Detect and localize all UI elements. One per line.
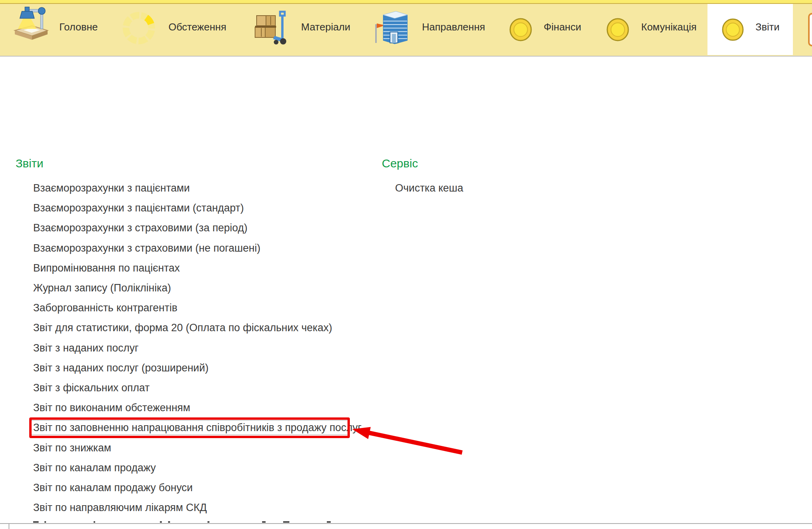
reports-section-title: Звіти [16,157,43,170]
tab-label: Матеріали [301,21,350,33]
report-link[interactable]: Заборгованність контрагентів [33,298,362,318]
tab-label: Комунікація [641,21,697,33]
report-link[interactable]: Звіт по виконаним обстеженням [33,398,362,418]
tab-materialy[interactable]: Матеріали [249,4,354,55]
service-link[interactable]: Очистка кеша [395,178,463,198]
coin-icon [509,18,532,43]
report-link[interactable]: Звіт по заповненню напрацювання співробі… [33,418,362,438]
tab-label: Звіти [755,21,780,33]
tab-zvity[interactable]: Звіти [707,4,793,55]
report-link[interactable]: Взаєморозрахунки з страховими (за період… [33,218,362,238]
tab-finansy[interactable]: Фінанси [505,4,595,55]
report-link[interactable]: Випромінювання по пацієнтах [33,258,362,278]
report-link[interactable]: Звіт по каналам продажу бонуси [33,478,362,498]
toolbar-top-strip [0,0,812,4]
report-link[interactable]: Звіт з наданих послуг (розширений) [33,358,362,378]
report-link[interactable]: Журнал запису (Поліклініка) [33,278,362,298]
report-link[interactable]: Звіт по знижкам [33,438,362,458]
spinner-icon [119,9,158,49]
report-link[interactable]: Звіт для статистики, форма 20 (Оплата по… [33,318,362,338]
tab-label: Головне [59,21,98,33]
bottom-divider [0,523,812,524]
annotation-arrow-icon [343,421,472,460]
service-section-title: Сервіс [382,157,418,170]
tab-label: Направлення [422,21,485,33]
tab-napravlennia[interactable]: Направлення [369,4,489,55]
clipped-right-button[interactable] [808,13,812,46]
report-link[interactable]: Звіт з наданих послуг [33,338,362,358]
tab-obstezhennia[interactable]: Обстеження [115,4,229,55]
lamp-icon [12,6,51,48]
reports-list: Взаєморозрахунки з пацієнтамиВзаєморозра… [33,178,362,518]
tab-komunikatsiia[interactable]: Комунікація [602,4,700,55]
tab-holovne[interactable]: Головне [8,4,105,55]
bottom-corner-line [9,523,9,529]
toolbar-divider [0,56,812,57]
building-flag-icon [372,9,410,48]
report-link[interactable]: Звіт по каналам продажу [33,458,362,478]
tab-label: Обстеження [168,21,226,33]
report-link[interactable]: Звіт з фіскальних оплат [33,378,362,398]
tab-label: Фінанси [544,21,581,33]
service-list: Очистка кеша [395,178,463,198]
coin-icon [606,18,629,43]
boxes-handtruck-icon [253,9,290,48]
report-link[interactable]: Взаєморозрахунки з пацієнтами (стандарт) [33,198,362,218]
report-link[interactable]: Звіт по направляючим лікарям СКД [33,498,362,518]
coin-icon [722,18,744,43]
report-link[interactable]: Взаєморозрахунки з пацієнтами [33,178,362,198]
report-link[interactable]: Взаєморозрахунки з страховими (не погаше… [33,238,362,258]
main-toolbar: Головне Обстеження [0,0,812,56]
